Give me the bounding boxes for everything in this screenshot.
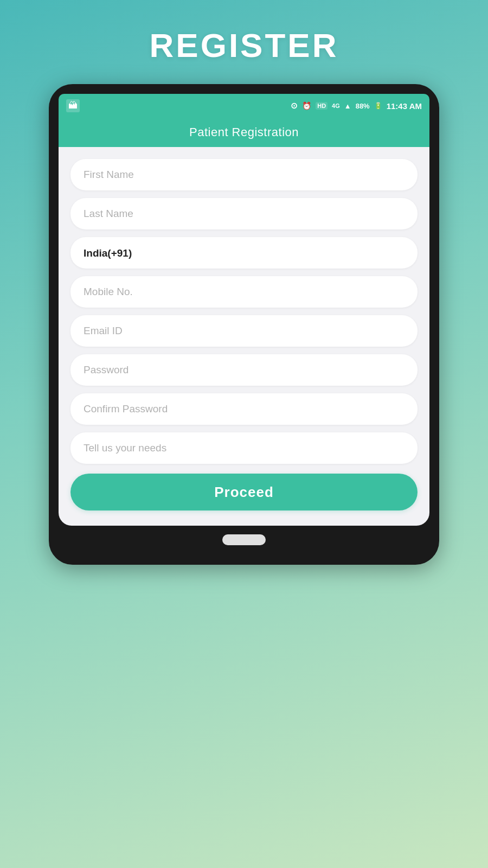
proceed-button[interactable]: Proceed [70,474,418,510]
email-input[interactable] [70,315,418,347]
status-bar-right: ⊙ ⏰ HD 4G ▲ 88% 🔋 11:43 AM [291,101,422,111]
page-title: REGISTER [150,26,339,65]
password-input[interactable] [70,354,418,386]
app-bar: Patient Registration [59,118,429,147]
first-name-input[interactable] [70,159,418,190]
mobile-number-input[interactable] [70,276,418,308]
hd-icon: HD [316,102,328,110]
last-name-input[interactable] [70,198,418,229]
device-frame: 🏔 ⊙ ⏰ HD 4G ▲ 88% 🔋 11:43 AM Patient Reg… [49,84,439,565]
signal-icon: ▲ [344,102,351,110]
app-bar-title: Patient Registration [189,125,299,139]
battery-percent: 88% [356,102,370,110]
time-display: 11:43 AM [387,101,422,111]
alarm-icon: ⏰ [302,101,311,110]
status-bar: 🏔 ⊙ ⏰ HD 4G ▲ 88% 🔋 11:43 AM [59,94,429,118]
status-bar-left: 🏔 [66,99,80,112]
registration-form: India(+91) Proceed [59,147,429,526]
4g-icon: 4G [332,103,340,109]
battery-icon: 🔋 [374,102,382,110]
photo-icon: 🏔 [66,99,80,112]
confirm-password-input[interactable] [70,393,418,425]
country-select[interactable]: India(+91) [70,237,418,269]
needs-input[interactable] [70,432,418,464]
home-indicator [222,534,266,545]
wifi-icon: ⊙ [291,101,298,111]
